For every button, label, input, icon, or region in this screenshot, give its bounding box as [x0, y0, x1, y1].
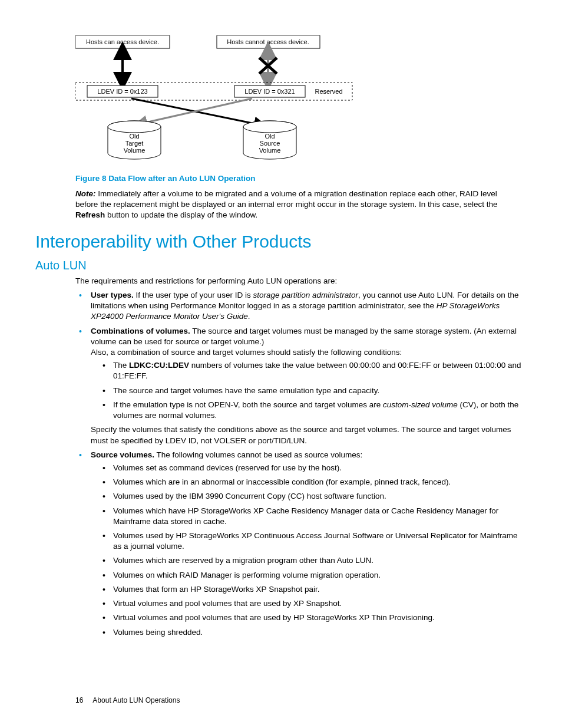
list-item: Volumes on which RAID Manager is perform… — [111, 570, 527, 581]
svg-text:Target: Target — [125, 140, 144, 147]
list-item: The LDKC:CU:LDEV numbers of volumes take… — [111, 360, 527, 381]
list-item: Volumes used by the IBM 3990 Concurrent … — [111, 491, 527, 502]
diag-ldev-left: LDEV ID = 0x123 — [97, 88, 147, 95]
diag-hosts-can: Hosts can access device. — [86, 38, 159, 45]
list-item: Volumes which have HP StorageWorks XP Ca… — [111, 506, 527, 527]
list-item-source-volumes: Source volumes. The following volumes ca… — [88, 450, 527, 638]
svg-text:Volume: Volume — [259, 147, 281, 154]
note-block: Note: Immediately after a volume to be m… — [75, 189, 521, 221]
list-item: Volumes being shredded. — [111, 627, 527, 638]
note-text-b: button to update the display of the wind… — [105, 210, 257, 219]
list-item: The source and target volumes have the s… — [111, 386, 527, 396]
requirements-list: User types. If the user type of your use… — [75, 290, 527, 638]
svg-text:Old: Old — [265, 133, 275, 140]
note-label: Note: — [75, 189, 96, 198]
diag-cylinder-left: Old Target Volume — [108, 121, 161, 159]
footer-section: About Auto LUN Operations — [92, 696, 180, 704]
list-item: Volumes used by HP StorageWorks XP Conti… — [111, 531, 527, 552]
svg-text:Volume: Volume — [124, 147, 146, 154]
svg-text:Old: Old — [129, 133, 139, 140]
diag-cylinder-right: Old Source Volume — [243, 121, 296, 159]
svg-point-17 — [243, 121, 296, 133]
intro-text: The requirements and restrictions for pe… — [75, 276, 521, 286]
note-text-a: Immediately after a volume to be migrate… — [75, 189, 498, 209]
list-item-combinations: Combinations of volumes. The source and … — [88, 326, 527, 446]
figure-caption: Figure 8 Data Flow after an Auto LUN Ope… — [75, 174, 527, 183]
combinations-postscript: Specify the volumes that satisfy the con… — [91, 424, 527, 446]
diag-hosts-cannot: Hosts cannot access device. — [227, 38, 309, 45]
figure-diagram: Hosts can access device. Hosts cannot ac… — [75, 35, 527, 167]
list-item: Volumes set as command devices (reserved… — [111, 463, 527, 473]
page-number: 16 — [75, 696, 83, 704]
list-item: Virtual volumes and pool volumes that ar… — [111, 598, 527, 609]
diag-ldev-right: LDEV ID = 0x321 — [244, 88, 295, 95]
svg-text:Source: Source — [260, 140, 280, 147]
list-item: If the emulation type is not OPEN-V, bot… — [111, 400, 527, 421]
diag-reserved: Reserved — [315, 88, 342, 95]
list-item: Volumes which are reserved by a migratio… — [111, 555, 527, 566]
note-refresh: Refresh — [75, 210, 105, 219]
page-footer: 16About Auto LUN Operations — [75, 696, 180, 704]
heading-auto-lun: Auto LUN — [35, 259, 527, 272]
list-item: Volumes which are in an abnormal or inac… — [111, 477, 527, 487]
list-item: Virtual volumes and pool volumes that ar… — [111, 612, 527, 623]
list-item: Volumes that form an HP StorageWorks XP … — [111, 584, 527, 595]
svg-point-12 — [108, 121, 161, 133]
heading-interoperability: Interoperability with Other Products — [35, 232, 527, 252]
list-item-user-types: User types. If the user type of your use… — [88, 290, 527, 322]
